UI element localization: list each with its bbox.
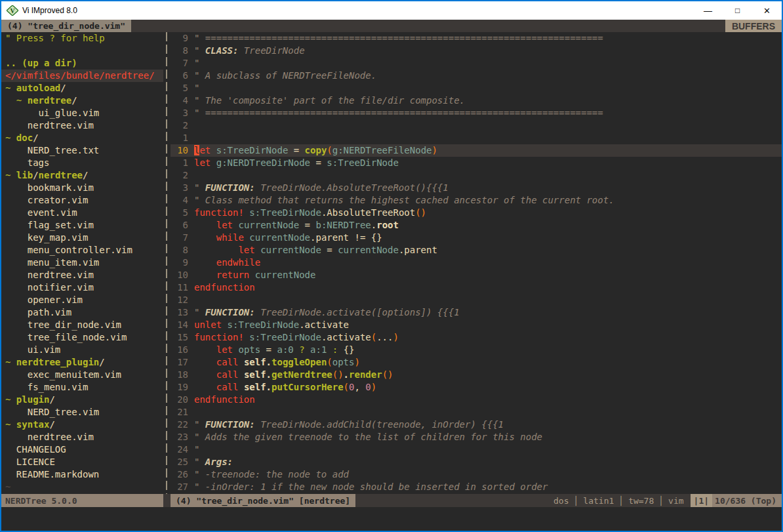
tree-item[interactable]: LICENCE [1,456,163,468]
code-line[interactable]: 16 let opts = a:0 ? a:1 : {} [171,344,782,356]
tree-item[interactable]: NERD_tree.txt [1,144,163,157]
code-line[interactable]: 15function! s:TreeDirNode.activate(...) [171,331,782,344]
tree-item[interactable]: NERD_tree.vim [1,406,163,419]
line-number: 3 [171,182,188,194]
tree-item[interactable]: .. (up a dir) [1,57,163,70]
line-number: 14 [171,319,188,331]
tree-item[interactable]: ~ syntax/ [1,419,163,431]
tab-tree-dir-node[interactable]: (4) "tree_dir_node.vim" [1,20,131,32]
code-line[interactable]: 11endfunction [171,281,782,294]
tree-item[interactable]: nerdtree.vim [1,269,163,281]
tree-item[interactable]: opener.vim [1,294,163,306]
line-number: 9 [171,32,188,45]
code-line[interactable]: 4" Class method that returns the highest… [171,194,782,207]
tree-item[interactable]: menu_controller.vim [1,244,163,256]
line-number: 6 [171,219,188,232]
code-line[interactable]: 3" =====================================… [171,107,782,119]
code-line[interactable]: 6 let currentNode = b:NERDTree.root [171,219,782,232]
tree-item[interactable]: " Press ? for help [1,32,163,45]
code-line[interactable]: 5" [171,82,782,94]
code-line[interactable]: 6" A subclass of NERDTreeFileNode. [171,70,782,82]
tree-item[interactable]: creator.vim [1,194,163,207]
code-line[interactable]: 9" =====================================… [171,32,782,45]
tree-item[interactable]: tree_file_node.vim [1,331,163,344]
code-line[interactable]: 7 while currentNode.parent != {} [171,232,782,244]
code-line[interactable]: 8 let currentNode = currentNode.parent [171,244,782,256]
code-line[interactable]: 24" [171,443,782,456]
code-line[interactable]: 17 call self.toggleOpen(opts) [171,356,782,369]
code-line[interactable]: 4" The 'composite' part of the file/dir … [171,94,782,107]
tree-item[interactable]: ~ plugin/ [1,394,163,406]
code-line[interactable]: 12 [171,294,782,306]
tree-item[interactable]: ui.vim [1,344,163,356]
window-separator[interactable] [163,32,171,494]
tree-item[interactable]: key_map.vim [1,232,163,244]
tree-item[interactable]: ~ [1,481,163,493]
cursor-position: 10/636 (Top) [712,494,782,507]
tree-item[interactable]: </vimfiles/bundle/nerdtree/ [1,70,163,82]
code-line[interactable]: 1let g:NERDTreeDirNode = s:TreeDirNode [171,157,782,169]
line-number: 5 [171,207,188,219]
code-line[interactable]: 7" [171,57,782,70]
line-number: 2 [171,119,188,132]
code-line[interactable]: 23" Adds the given treenode to the list … [171,431,782,443]
tree-item[interactable]: fs_menu.vim [1,381,163,394]
tree-item[interactable]: exec_menuitem.vim [1,369,163,381]
tree-item[interactable]: tree_dir_node.vim [1,319,163,331]
tree-item[interactable]: ~ doc/ [1,132,163,144]
code-line[interactable]: 26" -treenode: the node to add [171,468,782,481]
code-line[interactable]: 9 endwhile [171,256,782,269]
code-line[interactable]: 25" Args: [171,456,782,468]
code-line[interactable]: 27" -inOrder: 1 if the new node should b… [171,481,782,493]
filetype-value: vim [668,496,683,506]
line-number: 24 [171,443,188,456]
tree-item[interactable] [1,45,163,57]
line-number: 11 [171,281,188,294]
tree-item[interactable]: nerdtree.vim [1,431,163,443]
minimize-button[interactable]: — [693,1,723,20]
code-line[interactable]: 19 call self.putCursorHere(0, 0) [171,381,782,394]
vim-window: V Vi IMproved 8.0 — □ ✕ (4) "tree_dir_no… [0,0,783,532]
code-line[interactable]: 21 [171,406,782,419]
tree-item[interactable]: menu_item.vim [1,256,163,269]
window-title: Vi IMproved 8.0 [22,6,77,15]
tree-item[interactable]: CHANGELOG [1,443,163,456]
statusline-right-info: dos │ latin1 │ tw=78 │ vim [355,494,690,507]
tree-item[interactable]: tags [1,157,163,169]
code-line[interactable]: 3" FUNCTION: TreeDirNode.AbsoluteTreeRoo… [171,182,782,194]
maximize-button[interactable]: □ [723,1,752,20]
code-line[interactable]: 18 call self.getNerdtree().render() [171,369,782,381]
line-number: 12 [171,294,188,306]
tree-item[interactable]: notifier.vim [1,281,163,294]
tree-item[interactable]: ~ nerdtree_plugin/ [1,356,163,369]
code-line[interactable]: 2 [171,119,782,132]
separator-icon: │ [569,496,584,506]
tree-item[interactable]: bookmark.vim [1,182,163,194]
line-number: 7 [171,232,188,244]
tree-item[interactable]: ui_glue.vim [1,107,163,119]
tree-item[interactable]: path.vim [1,306,163,319]
code-line[interactable]: 14unlet s:TreeDirNode.activate [171,319,782,331]
code-line[interactable]: 20endfunction [171,394,782,406]
command-line[interactable] [1,507,782,531]
code-line[interactable]: 10let s:TreeDirNode = copy(g:NERDTreeFil… [171,144,782,157]
code-line[interactable]: 10 return currentNode [171,269,782,281]
tree-item[interactable]: event.vim [1,207,163,219]
tree-item[interactable]: nerdtree.vim [1,119,163,132]
code-line[interactable]: 1 [171,132,782,144]
tree-item[interactable]: README.markdown [1,468,163,481]
tree-item[interactable]: ~ nerdtree/ [1,94,163,107]
code-line[interactable]: 13" FUNCTION: TreeDirNode.activate([opti… [171,306,782,319]
code-line[interactable]: 5function! s:TreeDirNode.AbsoluteTreeRoo… [171,207,782,219]
tabline: (4) "tree_dir_node.vim" BUFFERS [1,20,782,32]
tree-item[interactable]: flag_set.vim [1,219,163,232]
close-button[interactable]: ✕ [752,1,782,20]
code-line[interactable]: 2 [171,169,782,182]
tree-item[interactable]: ~ lib/nerdtree/ [1,169,163,182]
line-number: 4 [171,94,188,107]
line-number: 10 [171,144,188,157]
tree-item[interactable]: ~ autoload/ [1,82,163,94]
code-line[interactable]: 22" FUNCTION: TreeDirNode.addChild(treen… [171,419,782,431]
code-line[interactable]: 8" CLASS: TreeDirNode [171,45,782,57]
line-number: 9 [171,256,188,269]
